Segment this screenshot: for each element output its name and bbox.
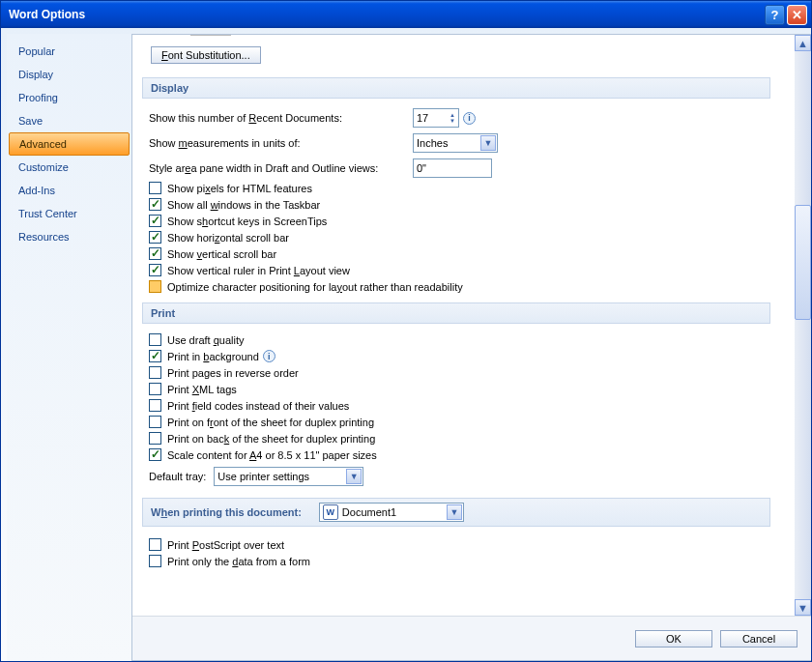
display-check-row-5: Show vertical ruler in Print Layout view	[149, 264, 770, 276]
content-inner: Size: Font Substitution... Display Show …	[132, 35, 795, 616]
vertical-scrollbar[interactable]: ▲ ▼	[795, 35, 811, 616]
print-check-label-0: Use draft quality	[167, 334, 245, 346]
print-check-checkbox-0[interactable]	[149, 333, 161, 346]
display-check-label-2: Show shortcut keys in ScreenTips	[167, 216, 327, 227]
print-check-row-7: Scale content for A4 or 8.5 x 11" paper …	[149, 448, 770, 461]
sidebar-item-proofing[interactable]: Proofing	[7, 86, 131, 109]
print-check-checkbox-6[interactable]	[149, 432, 161, 445]
display-check-checkbox-2[interactable]	[149, 215, 161, 227]
printdoc-check-row-1: Print only the data from a form	[149, 555, 770, 567]
units-value: Inches	[417, 137, 448, 149]
default-tray-value: Use printer settings	[218, 471, 309, 482]
size-field-ghost	[190, 35, 231, 36]
style-area-value: 0"	[417, 162, 426, 174]
sidebar-item-popular[interactable]: Popular	[7, 40, 131, 63]
print-check-checkbox-5[interactable]	[149, 416, 161, 428]
print-doc-value: Document1	[342, 506, 396, 518]
sidebar-item-addins[interactable]: Add-Ins	[7, 179, 131, 202]
display-check-checkbox-1[interactable]	[149, 198, 161, 211]
display-check-row-0: Show pixels for HTML features	[149, 182, 770, 194]
sidebar-item-trust-center[interactable]: Trust Center	[7, 202, 131, 225]
help-button[interactable]: ?	[765, 5, 785, 25]
body: Popular Display Proofing Save Advanced C…	[1, 28, 811, 661]
print-check-checkbox-7[interactable]	[149, 448, 161, 461]
display-check-row-3: Show horizontal scroll bar	[149, 231, 770, 244]
print-check-label-1: Print in background	[167, 351, 259, 362]
print-check-label-6: Print on back of the sheet for duplex pr…	[167, 433, 375, 445]
print-check-row-0: Use draft quality	[149, 333, 770, 346]
sidebar-item-resources[interactable]: Resources	[7, 225, 131, 248]
style-area-input[interactable]: 0"	[413, 158, 492, 178]
content-pane: Size: Font Substitution... Display Show …	[132, 35, 811, 616]
chevron-down-icon: ▼	[480, 135, 496, 151]
scroll-up-icon[interactable]: ▲	[795, 35, 811, 51]
units-label: Show measurements in units of:	[149, 137, 413, 149]
print-check-row-1: Print in backgroundi	[149, 350, 770, 362]
display-check-row-2: Show shortcut keys in ScreenTips	[149, 215, 770, 227]
default-tray-combo[interactable]: Use printer settings ▼	[214, 467, 363, 486]
display-check-checkbox-0[interactable]	[149, 182, 161, 194]
info-icon[interactable]: i	[263, 350, 276, 362]
print-check-checkbox-1[interactable]	[149, 350, 161, 362]
sidebar: Popular Display Proofing Save Advanced C…	[7, 34, 131, 661]
printdoc-check-checkbox-1[interactable]	[149, 555, 161, 567]
sidebar-item-customize[interactable]: Customize	[7, 156, 131, 179]
display-check-checkbox-5[interactable]	[149, 264, 161, 276]
display-check-row-6: Optimize character positioning for layou…	[149, 280, 770, 293]
section-print: Print	[142, 302, 770, 324]
print-check-row-3: Print XML tags	[149, 383, 770, 395]
font-substitution-button[interactable]: Font Substitution...	[151, 46, 261, 64]
scroll-down-icon[interactable]: ▼	[795, 599, 811, 616]
section-display: Display	[142, 77, 770, 99]
cancel-button[interactable]: Cancel	[720, 630, 798, 648]
print-check-checkbox-2[interactable]	[149, 366, 161, 379]
info-icon[interactable]: i	[463, 112, 476, 125]
printdoc-check-label-1: Print only the data from a form	[167, 556, 310, 567]
display-check-label-4: Show vertical scroll bar	[167, 248, 276, 260]
printdoc-check-checkbox-0[interactable]	[149, 538, 161, 551]
display-check-label-6: Optimize character positioning for layou…	[167, 281, 463, 293]
scroll-thumb[interactable]	[795, 205, 811, 320]
spinner-arrows-icon[interactable]: ▲▼	[450, 112, 455, 124]
titlebar: Word Options ? ✕	[1, 1, 811, 28]
display-check-label-3: Show horizontal scroll bar	[167, 232, 289, 244]
recent-docs-label: Show this number of Recent Documents:	[149, 112, 413, 124]
close-button[interactable]: ✕	[787, 5, 807, 25]
sidebar-item-advanced[interactable]: Advanced	[9, 132, 130, 156]
clipped-prev-section: Size: Font Substitution...	[142, 41, 770, 70]
print-check-checkbox-3[interactable]	[149, 383, 161, 395]
window-title: Word Options	[9, 8, 763, 21]
font-substitution-label: Font Substitution...	[161, 49, 250, 61]
footer: OK Cancel	[132, 616, 811, 660]
recent-docs-spinner[interactable]: 17 ▲▼	[413, 108, 459, 128]
display-check-label-5: Show vertical ruler in Print Layout view	[167, 265, 350, 276]
print-check-label-3: Print XML tags	[167, 384, 237, 395]
display-check-row-1: Show all windows in the Taskbar	[149, 198, 770, 211]
print-doc-combo[interactable]: W Document1 ▼	[319, 503, 464, 522]
display-check-checkbox-3[interactable]	[149, 231, 161, 244]
units-combo[interactable]: Inches ▼	[413, 133, 498, 153]
chevron-down-icon: ▼	[346, 469, 362, 484]
print-check-row-4: Print field codes instead of their value…	[149, 399, 770, 412]
print-check-checkbox-4[interactable]	[149, 399, 161, 412]
scroll-track[interactable]	[795, 51, 811, 599]
print-check-label-2: Print pages in reverse order	[167, 367, 299, 379]
default-tray-label: Default tray:	[149, 471, 206, 482]
display-check-row-4: Show vertical scroll bar	[149, 247, 770, 260]
word-options-dialog: Word Options ? ✕ Popular Display Proofin…	[0, 0, 812, 662]
style-area-label: Style area pane width in Draft and Outli…	[149, 162, 413, 174]
word-doc-icon: W	[323, 504, 338, 520]
display-check-label-1: Show all windows in the Taskbar	[167, 199, 320, 211]
display-check-checkbox-4[interactable]	[149, 247, 161, 260]
ok-button[interactable]: OK	[635, 630, 712, 648]
printdoc-check-row-0: Print PostScript over text	[149, 538, 770, 551]
print-check-row-6: Print on back of the sheet for duplex pr…	[149, 432, 770, 445]
sidebar-item-save[interactable]: Save	[7, 109, 131, 132]
print-check-label-4: Print field codes instead of their value…	[167, 400, 349, 412]
display-check-checkbox-6[interactable]	[149, 280, 161, 293]
display-check-label-0: Show pixels for HTML features	[167, 183, 312, 194]
size-ghost: Size:	[161, 35, 231, 36]
sidebar-item-display[interactable]: Display	[7, 63, 131, 86]
printdoc-check-label-0: Print PostScript over text	[167, 539, 284, 551]
chevron-down-icon: ▼	[447, 504, 462, 520]
